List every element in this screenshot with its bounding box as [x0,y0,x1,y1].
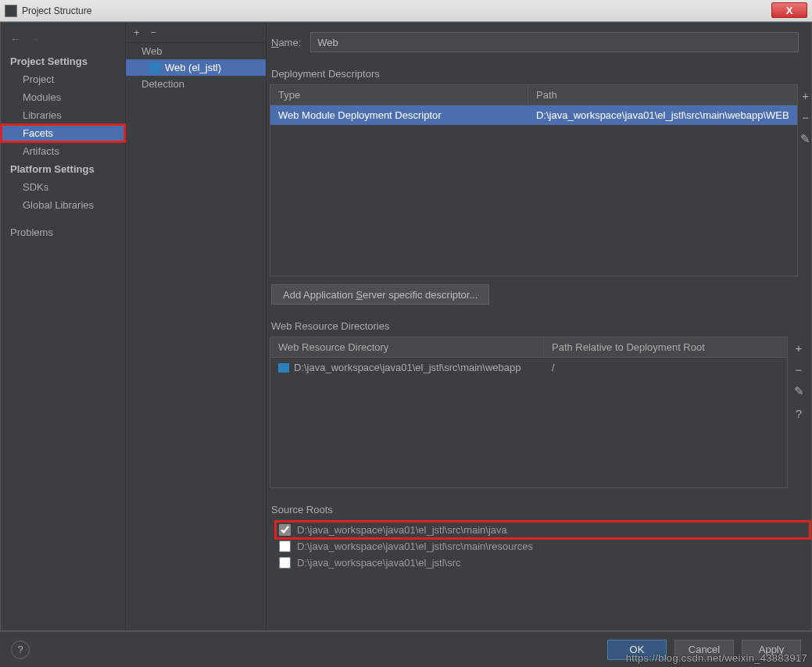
sr-title: Source Roots [270,499,810,520]
dd-table: Type Path Web Module Deployment Descript… [270,84,798,276]
help-button[interactable]: ? [11,640,30,659]
app-icon [5,5,17,17]
sidebar-item-project[interactable]: Project [1,70,125,88]
dialog-body: ← → Project Settings Project Modules Lib… [0,22,812,631]
sidebar-item-problems[interactable]: Problems [1,223,125,241]
tree-node-label: Web (el_jstl) [165,62,221,73]
sidebar-item-libraries[interactable]: Libraries [1,106,125,124]
source-root-item[interactable]: D:\java_workspace\java01\el_jstl\src\mai… [276,522,810,538]
sidebar-section-project-settings: Project Settings [1,52,125,70]
dd-th-path: Path [528,85,797,105]
dialog-button-bar: ? OK Cancel Apply [0,631,812,667]
tree-node-detection[interactable]: Detection [126,76,266,92]
source-root-item[interactable]: D:\java_workspace\java01\el_jstl\src [276,555,810,571]
source-root-path: D:\java_workspace\java01\el_jstl\src [297,557,461,569]
wr-remove-icon[interactable]: − [791,362,807,377]
source-root-path: D:\java_workspace\java01\el_jstl\src\mai… [297,524,507,536]
tree-remove-icon[interactable]: − [151,27,157,38]
sidebar-item-global-libraries[interactable]: Global Libraries [1,196,125,214]
web-resource-directories-section: Web Resource Directories Web Resource Di… [266,316,810,488]
dd-add-icon[interactable]: + [798,87,811,103]
tree-node-web[interactable]: Web [126,43,266,59]
cancel-button[interactable]: Cancel [674,640,734,660]
deployment-descriptors-section: Deployment Descriptors Type Path Web Mod… [266,63,810,305]
facets-tree: + − Web Web (el_jstl) Detection [126,23,266,630]
tree-node-web-eljstl[interactable]: Web (el_jstl) [126,59,266,76]
forward-arrow-icon[interactable]: → [29,33,40,45]
name-label: Name: [271,37,301,48]
wr-header: Web Resource Directory Path Relative to … [270,337,787,358]
tree-add-icon[interactable]: + [134,27,140,38]
sidebar: ← → Project Settings Project Modules Lib… [1,23,126,630]
dd-header: Type Path [270,85,797,105]
name-input[interactable] [310,32,799,52]
tree-toolbar: + − [126,23,266,43]
wr-edit-icon[interactable]: ✎ [791,383,807,399]
dd-cell-path: D:\java_workspace\java01\el_jstl\src\mai… [528,105,797,125]
wr-title: Web Resource Directories [270,316,810,337]
ok-button[interactable]: OK [607,640,667,660]
folder-icon [278,363,289,373]
wr-help-icon[interactable]: ? [791,405,807,421]
sidebar-item-sdks[interactable]: SDKs [1,178,125,196]
web-facet-icon [149,62,160,73]
sidebar-item-artifacts[interactable]: Artifacts [1,142,125,160]
wr-table: Web Resource Directory Path Relative to … [270,337,788,488]
wr-cell-rel: / [544,358,787,377]
source-root-checkbox[interactable] [279,524,291,536]
main-panel: Name: Deployment Descriptors Type Path W… [266,23,811,630]
source-root-checkbox[interactable] [279,540,291,552]
source-root-path: D:\java_workspace\java01\el_jstl\src\mai… [297,540,533,552]
name-row: Name: [266,32,810,63]
dd-side-buttons: + − ✎ [798,84,811,276]
dd-edit-icon[interactable]: ✎ [798,131,811,147]
close-icon: X [786,5,793,16]
dd-cell-type: Web Module Deployment Descriptor [270,105,528,125]
wr-th-rel: Path Relative to Deployment Root [544,337,787,357]
wr-cell-dir: D:\java_workspace\java01\el_jstl\src\mai… [270,358,544,377]
window-title: Project Structure [22,5,91,16]
dd-table-row[interactable]: Web Module Deployment Descriptor D:\java… [270,105,797,125]
add-server-descriptor-button[interactable]: Add Application Server specific descript… [271,284,489,305]
dd-th-type: Type [270,85,528,105]
close-button[interactable]: X [771,2,807,18]
wr-side-buttons: + − ✎ ? [788,337,810,488]
titlebar: Project Structure X [0,0,812,22]
wr-add-icon[interactable]: + [791,340,807,355]
wr-th-dir: Web Resource Directory [270,337,544,357]
nav-arrows: ← → [1,30,125,48]
sidebar-item-modules[interactable]: Modules [1,88,125,106]
back-arrow-icon[interactable]: ← [10,33,21,45]
source-root-checkbox[interactable] [279,557,291,569]
apply-button[interactable]: Apply [742,640,801,660]
source-roots-section: Source Roots D:\java_workspace\java01\el… [266,499,810,571]
dd-remove-icon[interactable]: − [798,109,811,125]
sidebar-section-platform-settings: Platform Settings [1,160,125,178]
wr-table-row[interactable]: D:\java_workspace\java01\el_jstl\src\mai… [270,358,787,377]
source-root-item[interactable]: D:\java_workspace\java01\el_jstl\src\mai… [276,538,810,555]
sidebar-item-facets[interactable]: Facets [1,124,125,142]
dd-title: Deployment Descriptors [270,63,810,84]
